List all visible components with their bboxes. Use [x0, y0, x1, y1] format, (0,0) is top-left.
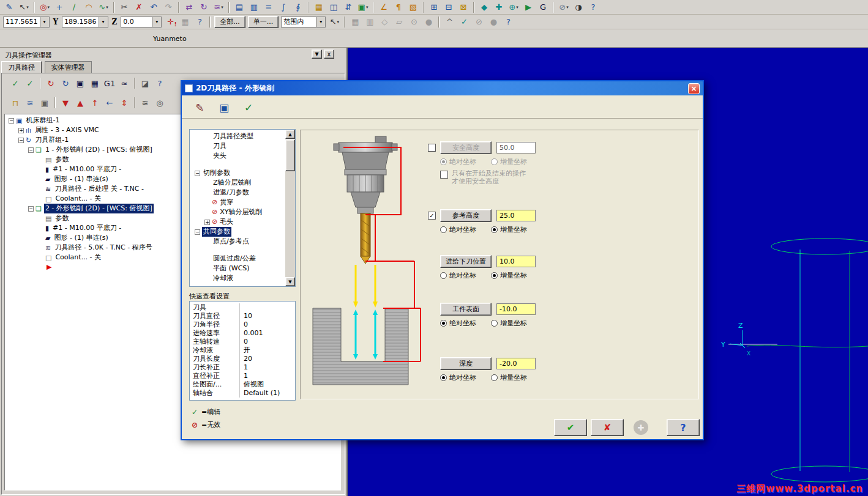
surface-input[interactable]: -10.0 [496, 303, 536, 315]
cursor-select-icon[interactable]: ↖▾ [17, 1, 31, 13]
note-icon[interactable]: ¶ [392, 1, 405, 13]
collapse-icon[interactable]: − [9, 118, 14, 124]
save-parameters-icon[interactable]: ▣ [216, 100, 232, 116]
spline-icon[interactable]: ∿▾ [97, 1, 110, 13]
tab-toolpaths[interactable]: 刀具路径 [1, 61, 42, 73]
toolpath-pocket-icon[interactable]: ⊕▾ [507, 1, 520, 13]
post-g1-icon[interactable]: G1 [103, 77, 116, 89]
dialog-titlebar[interactable]: 2D刀具路径 - 外形铣削 × [182, 81, 703, 95]
regen-selected-icon[interactable]: ↻ [44, 77, 58, 89]
scroll-thumb[interactable] [285, 139, 295, 171]
settings-icon[interactable]: ◑ [572, 1, 585, 13]
parameter-tree-row[interactable]: −切削参数 [190, 168, 295, 178]
panel-close-button[interactable]: x [324, 50, 334, 59]
feed-absolute-radio[interactable]: 绝对坐标 [440, 271, 476, 280]
range-combo[interactable]: 范围内 ▾ [281, 17, 326, 28]
regen-all-icon[interactable]: ↻ [59, 77, 72, 89]
undo-icon[interactable]: ↶ [147, 1, 160, 13]
depth-input[interactable]: -20.0 [496, 358, 536, 369]
cancel-button[interactable]: ✘ [591, 419, 624, 436]
reference-checkbox[interactable]: ✓ [428, 212, 436, 220]
tool-icon[interactable]: ✎ [192, 100, 208, 116]
move-insert-up-icon[interactable]: ▲ [73, 97, 87, 109]
post-icon[interactable]: G [536, 1, 550, 13]
select-all-button[interactable]: 全部... [214, 16, 245, 28]
parameter-tree-row[interactable]: ⊘贯穿 [190, 198, 295, 207]
parameter-tree-row[interactable]: 刀具路径类型 [190, 131, 295, 141]
feed-incremental-radio[interactable]: 增量坐标 [491, 271, 527, 280]
move-insert-top-icon[interactable]: ↑ [88, 97, 102, 109]
xform-rotate-icon[interactable]: ↻ [197, 1, 211, 13]
surface-absolute-radio[interactable]: 绝对坐标 [440, 319, 476, 328]
autocursor-icon[interactable]: ✛! [163, 16, 177, 28]
safety-checkbox[interactable] [428, 144, 436, 152]
dimension-icon[interactable]: ∠ [377, 1, 391, 13]
parameter-tree-row[interactable]: −共同参数 [190, 227, 295, 237]
tab-solids[interactable]: 实体管理器 [45, 61, 92, 73]
machine-def-icon[interactable]: ⊞ [427, 1, 441, 13]
toolpath-contour-icon[interactable]: ◆ [477, 1, 491, 13]
line-icon[interactable]: ∕ [67, 1, 81, 13]
delete-icon[interactable]: ✗ [132, 1, 146, 13]
levels-icon[interactable]: ▤ [233, 1, 246, 13]
tree-scrollbar[interactable]: ▲ ▼ [285, 130, 295, 286]
help-button[interactable]: ? [667, 419, 700, 436]
point-icon[interactable]: + [53, 1, 66, 13]
expand-icon[interactable]: + [204, 220, 210, 225]
control-def-icon[interactable]: ⊟ [442, 1, 455, 13]
verify-icon[interactable]: ▶ [522, 1, 535, 13]
reference-button[interactable]: 参考高度 [440, 209, 492, 222]
parameter-tree-row[interactable]: 平面 (WCS) [190, 264, 295, 273]
y-coordinate-combo[interactable]: 189.1586 ▾ [62, 17, 108, 28]
backplot-icon[interactable]: ▣ [73, 77, 87, 89]
collapse-icon[interactable]: − [195, 229, 200, 235]
select-all-operations-icon[interactable]: ✓ [9, 77, 22, 89]
depth-incremental-radio[interactable]: 增量坐标 [491, 373, 527, 382]
collapse-icon[interactable]: − [28, 147, 34, 153]
dropdown-arrow-icon[interactable]: ▾ [152, 17, 161, 27]
cursor-help-icon[interactable]: ? [193, 16, 206, 28]
lock-icon[interactable]: ⊓ [9, 97, 22, 109]
move-insert-down-icon[interactable]: ▼ [59, 97, 72, 109]
dropdown-arrow-icon[interactable]: ▾ [99, 17, 108, 27]
panel-collapse-button[interactable]: ▼ [312, 50, 322, 59]
z-axis-label[interactable]: Z [112, 18, 118, 26]
reference-incremental-radio[interactable]: 增量坐标 [491, 225, 527, 234]
reference-incremental-radio[interactable] [491, 226, 498, 233]
z-coordinate-combo[interactable]: 0.0 ▾ [121, 17, 162, 28]
surface-incremental-radio[interactable]: 增量坐标 [491, 319, 527, 328]
y-coordinate-value[interactable]: 189.1586 [62, 18, 99, 26]
hatch-icon[interactable]: ▧ [406, 1, 420, 13]
y-axis-label[interactable]: Y [53, 18, 59, 26]
validate-selection-icon[interactable]: ✓ [457, 16, 471, 28]
grid-icon[interactable]: ▦ [312, 1, 326, 13]
collapse-icon[interactable]: − [18, 138, 24, 143]
z-coordinate-value[interactable]: 0.0 [121, 18, 152, 26]
groups-icon[interactable]: ≡ [262, 1, 275, 13]
scroll-up-icon[interactable]: ▲ [285, 130, 295, 139]
collapse-icon[interactable]: − [28, 206, 34, 212]
verify-operations-icon[interactable]: ▦ [88, 77, 102, 89]
toggle-post-icon[interactable]: ▣ [38, 97, 51, 109]
scroll-insert-icon[interactable]: ← [103, 97, 116, 109]
trim-icon[interactable]: ✂ [118, 1, 131, 13]
help-icon[interactable]: ? [586, 1, 600, 13]
surface-absolute-radio[interactable] [440, 320, 447, 327]
parameter-tree-row[interactable]: ⊘XY轴分层铣削 [190, 207, 295, 217]
toggle-toolpath-display-icon[interactable]: ≋ [23, 97, 37, 109]
feed-button[interactable]: 进给下刀位置 [440, 255, 492, 268]
parameter-tree-row[interactable]: Z轴分层铣削 [190, 178, 295, 188]
operations-help-icon[interactable]: ? [153, 77, 166, 89]
verify-parameters-icon[interactable]: ✓ [241, 100, 256, 116]
analyze-icon[interactable]: ◎▾ [38, 1, 51, 13]
insert-arrow-icon[interactable]: ⇕ [118, 97, 131, 109]
ok-button[interactable]: ✔ [554, 419, 587, 436]
depth-absolute-radio[interactable] [440, 374, 447, 381]
surface-incremental-radio[interactable] [491, 320, 498, 327]
range-combo-value[interactable]: 范围内 [282, 17, 316, 26]
dropdown-arrow-icon[interactable]: ▾ [40, 17, 49, 27]
material-icon[interactable]: ⊠ [457, 1, 470, 13]
viewsheet-icon[interactable]: ◫ [327, 1, 340, 13]
mask-icon[interactable]: ∫ [277, 1, 290, 13]
blank-icon[interactable]: ∮ [291, 1, 305, 13]
